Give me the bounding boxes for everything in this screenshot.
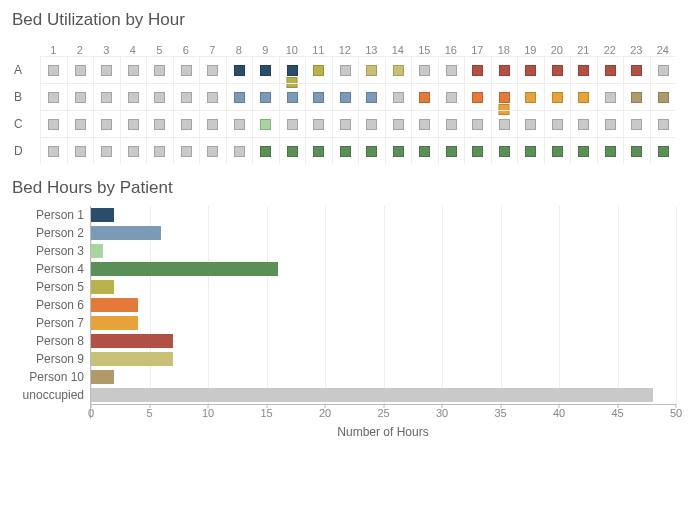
occupancy-marker: [552, 65, 563, 76]
heatmap-cell: [199, 56, 226, 83]
occupancy-marker: [75, 119, 86, 130]
x-tick: 35: [494, 407, 506, 419]
bar: [91, 370, 114, 384]
occupancy-marker: [260, 119, 271, 130]
heatmap-cell: [305, 56, 332, 83]
occupancy-marker: [366, 146, 377, 157]
heatmap-cell: [67, 110, 94, 137]
occupancy-marker: [393, 92, 404, 103]
hour-header: 21: [570, 38, 597, 56]
bar: [91, 334, 173, 348]
occupancy-marker: [181, 119, 192, 130]
heatmap-cell: [623, 110, 650, 137]
occupancy-marker: [419, 146, 430, 157]
heatmap-cell: [491, 110, 518, 137]
heatmap-cell: [464, 110, 491, 137]
heatmap-cell: [358, 110, 385, 137]
heatmap-cell: [411, 56, 438, 83]
bar: [91, 388, 653, 402]
occupancy-marker: [128, 119, 139, 130]
heatmap-cell: [411, 110, 438, 137]
occupancy-marker: [499, 119, 510, 130]
heatmap-cell: [438, 83, 465, 110]
hour-header: 14: [385, 38, 412, 56]
occupancy-marker: [472, 92, 483, 103]
occupancy-marker: [472, 65, 483, 76]
bar: [91, 244, 103, 258]
heatmap-cell: [93, 56, 120, 83]
occupancy-marker: [499, 65, 510, 76]
heatmap-cell: [438, 137, 465, 164]
hour-header: 20: [544, 38, 571, 56]
heatmap-cell: [40, 137, 67, 164]
heatmap-cell: [120, 137, 147, 164]
occupancy-marker: [393, 119, 404, 130]
occupancy-marker: [128, 92, 139, 103]
heatmap-cell: [438, 56, 465, 83]
bed-label: C: [12, 110, 40, 137]
occupancy-marker: [154, 92, 165, 103]
occupancy-marker: [75, 92, 86, 103]
occupancy-marker: [313, 65, 324, 76]
heatmap-cell: [305, 110, 332, 137]
bar-cell: [90, 332, 676, 350]
occupancy-marker: [234, 119, 245, 130]
heatmap-cell: [385, 56, 412, 83]
heatmap-cell: [358, 137, 385, 164]
occupancy-marker: [287, 92, 298, 103]
bar-label: Person 1: [12, 206, 90, 224]
heatmap-cell: [146, 83, 173, 110]
heatmap-cell: [623, 83, 650, 110]
heatmap-cell: [199, 110, 226, 137]
occupancy-marker: [631, 65, 642, 76]
occupancy-marker: [101, 119, 112, 130]
occupancy-marker: [260, 92, 271, 103]
occupancy-marker: [340, 92, 351, 103]
occupancy-marker: [75, 65, 86, 76]
occupancy-marker: [366, 119, 377, 130]
heatmap-title: Bed Utilization by Hour: [12, 10, 676, 30]
hour-header: 11: [305, 38, 332, 56]
heatmap-cell: [93, 110, 120, 137]
occupancy-marker: [313, 119, 324, 130]
heatmap-cell: [385, 83, 412, 110]
bar-cell: [90, 224, 676, 242]
bar-label: Person 4: [12, 260, 90, 278]
occupancy-marker: [313, 92, 324, 103]
x-tick: 40: [553, 407, 565, 419]
hour-header: 17: [464, 38, 491, 56]
x-tick: 45: [611, 407, 623, 419]
occupancy-marker: [419, 119, 430, 130]
occupancy-marker: [75, 146, 86, 157]
occupancy-marker: [552, 146, 563, 157]
heatmap-cell: [252, 83, 279, 110]
occupancy-marker: [605, 146, 616, 157]
heatmap-cell: [570, 56, 597, 83]
heatmap-cell: [305, 83, 332, 110]
bar-cell: [90, 386, 676, 404]
heatmap-cell: [438, 110, 465, 137]
occupancy-marker: [260, 146, 271, 157]
occupancy-marker: [287, 119, 298, 130]
occupancy-marker: [260, 65, 271, 76]
occupancy-marker: [340, 146, 351, 157]
bar-label: Person 8: [12, 332, 90, 350]
occupancy-marker: [578, 119, 589, 130]
occupancy-marker: [313, 146, 324, 157]
occupancy-marker: [207, 65, 218, 76]
heatmap-cell: [623, 56, 650, 83]
heatmap-cell: [544, 56, 571, 83]
occupancy-marker: [101, 65, 112, 76]
occupancy-marker: [48, 146, 59, 157]
occupancy-marker: [101, 92, 112, 103]
heatmap-cell: [252, 56, 279, 83]
heatmap-cell: [544, 137, 571, 164]
occupancy-marker: [446, 146, 457, 157]
occupancy-marker: [525, 65, 536, 76]
heatmap-cell: [385, 137, 412, 164]
occupancy-marker: [605, 65, 616, 76]
heatmap-cell: [517, 137, 544, 164]
occupancy-marker: [472, 119, 483, 130]
occupancy-marker: [234, 65, 245, 76]
occupancy-marker: [658, 92, 669, 103]
